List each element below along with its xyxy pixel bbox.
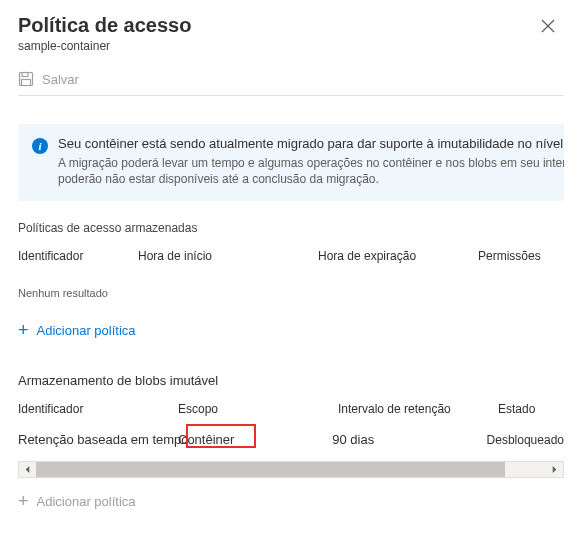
svg-marker-6 [553,466,557,473]
close-icon [541,19,555,33]
immutable-columns: Identificador Escopo Intervalo de retenç… [18,398,564,422]
stored-policies-columns: Identificador Hora de início Hora de exp… [18,245,564,269]
scroll-track[interactable] [36,462,546,477]
chevron-right-icon [550,465,559,474]
chevron-left-icon [23,465,32,474]
cell-scope: Contêiner [178,432,332,447]
migration-info-box: i Seu contêiner está sendo atualmente mi… [18,124,564,201]
col-scope: Escopo [178,402,338,416]
col-permissions: Permissões [478,249,564,263]
scroll-right-button[interactable] [546,462,563,477]
plus-icon: + [18,492,29,510]
close-button[interactable] [532,10,564,42]
scroll-thumb[interactable] [36,462,505,477]
add-stored-policy-label: Adicionar política [37,323,136,338]
table-row[interactable]: Retenção baseada em tempo Contêiner 90 d… [18,422,564,461]
add-stored-policy-button[interactable]: + Adicionar política [18,307,136,353]
toolbar: Salvar [18,69,564,96]
cell-identifier: Retenção baseada em tempo [18,432,178,447]
svg-marker-5 [26,466,30,473]
info-body: A migração poderá levar um tempo e algum… [58,155,564,187]
save-button[interactable]: Salvar [18,69,79,89]
col-identifier: Identificador [18,402,178,416]
col-identifier: Identificador [18,249,138,263]
horizontal-scrollbar[interactable] [18,461,564,478]
info-title: Seu contêiner está sendo atualmente migr… [58,136,564,151]
add-immutable-policy-button[interactable]: + Adicionar política [18,478,136,524]
panel-header: Política de acesso sample-container [18,10,564,53]
cell-retention: 90 dias [332,432,486,447]
plus-icon: + [18,321,29,339]
stored-policies-empty: Nenhum resultado [18,269,564,307]
save-icon [18,71,34,87]
panel-title: Política de acesso [18,14,191,37]
svg-rect-4 [22,80,31,86]
cell-state: Desbloqueado [487,433,564,447]
add-immutable-policy-label: Adicionar política [37,494,136,509]
access-policy-panel: Política de acesso sample-container Salv… [0,0,582,524]
immutable-header: Armazenamento de blobs imutável [18,373,564,388]
col-retention-interval: Intervalo de retenção [338,402,498,416]
stored-policies-header: Políticas de acesso armazenadas [18,221,564,235]
svg-rect-3 [22,73,28,77]
panel-subtitle: sample-container [18,39,191,53]
info-icon: i [32,138,48,154]
immutable-section: Armazenamento de blobs imutável Identifi… [18,373,564,524]
col-start-time: Hora de início [138,249,318,263]
col-expiry-time: Hora de expiração [318,249,478,263]
col-state: Estado [498,402,564,416]
scroll-left-button[interactable] [19,462,36,477]
stored-policies-section: Políticas de acesso armazenadas Identifi… [18,221,564,353]
save-label: Salvar [42,72,79,87]
